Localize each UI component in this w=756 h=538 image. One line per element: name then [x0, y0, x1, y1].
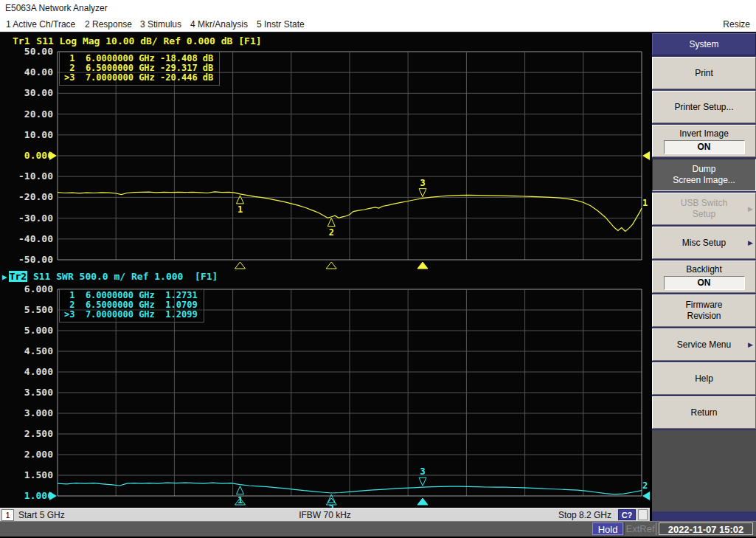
ref-level-arrow-right: [642, 151, 650, 160]
softkey-help[interactable]: Help: [652, 362, 756, 395]
window-title: E5063A Network Analyzer: [5, 3, 108, 13]
softkey-print[interactable]: Print: [652, 57, 756, 89]
softkey-label: Service Menu: [677, 339, 731, 351]
ref-level-arrow-left: [49, 151, 57, 160]
y-axis-tick-label: -20.00: [18, 191, 53, 202]
softkey-label: USB Switch: [681, 198, 727, 209]
extref-indicator: ExtRef: [624, 523, 656, 535]
measurement-display: 50.0040.0030.0020.0010.000.000-10.00-20.…: [0, 33, 650, 508]
sweep-stop-label: Stop 8.2 GHz: [558, 510, 611, 520]
y-axis-tick-label: 4.000: [24, 366, 53, 377]
softkey-label-line2: Screen Image...: [673, 175, 735, 186]
ref-level-arrow-left: [49, 492, 57, 500]
y-axis-tick-label: 30.00: [24, 87, 53, 98]
trace-name-chip: Tr1: [12, 35, 30, 46]
marker-axis-indicator-3: [417, 262, 428, 269]
ifbw-label: IFBW 70 kHz: [299, 510, 351, 520]
y-axis-tick-label: 50.00: [24, 46, 53, 57]
marker-row-3: >3 7.0000000 GHz 1.2099: [64, 310, 198, 320]
y-axis-tick-label: 40.00: [24, 66, 53, 77]
y-axis-tick-label: 4.500: [24, 345, 53, 356]
menu-bar: Resize 1 Active Ch/Trace2 Response3 Stim…: [0, 16, 756, 33]
y-axis-tick-label: 5.000: [24, 325, 53, 336]
softkey-label: Dump: [692, 164, 715, 175]
softkey-label: Return: [690, 407, 717, 418]
softkey-sidebar: SystemPrintPrinter Setup...Invert ImageO…: [650, 33, 756, 521]
submenu-arrow-icon: ▶: [748, 238, 753, 249]
softkey-label: Help: [695, 373, 713, 384]
trace-header-tr1[interactable]: Tr1 S11 Log Mag 10.00 dB/ Ref 0.000 dB […: [12, 35, 262, 46]
trace-end-number: 2: [642, 480, 648, 491]
trigger-hold-badge: Hold: [592, 523, 623, 535]
softkey-label: System: [689, 39, 718, 50]
marker-glyph-3[interactable]: [419, 189, 426, 197]
y-axis-tick-label: -10.00: [18, 170, 53, 182]
resize-button[interactable]: Resize: [723, 19, 750, 30]
trace-format-text: S11 Log Mag 10.00 dB/ Ref 0.000 dB [F1]: [30, 35, 261, 46]
y-axis-tick-label: 20.00: [24, 108, 53, 120]
trace-header-tr2[interactable]: ▶Tr2 S11 SWR 500.0 m/ Ref 1.000 [F1]: [2, 271, 218, 282]
softkey-label: Misc Setup: [682, 238, 726, 249]
softkey-firmware-revision[interactable]: FirmwareRevision: [652, 294, 756, 327]
marker-row-3: >3 7.0000000 GHz -20.446 dB: [64, 73, 213, 83]
softkey-label: Printer Setup...: [674, 102, 733, 113]
y-axis-tick-label: 5.500: [24, 304, 53, 315]
softkey-printer-setup[interactable]: Printer Setup...: [652, 91, 756, 123]
softkey-toggle-state: ON: [664, 140, 745, 154]
marker-number-label: 1: [237, 204, 243, 215]
marker-table-tr1: 1 6.0000000 GHz -18.408 dB 2 6.5000000 G…: [59, 52, 220, 86]
y-axis-tick-label: 0.000: [24, 150, 53, 161]
marker-glyph-1[interactable]: [237, 196, 244, 204]
marker-axis-indicator-1: [235, 262, 246, 269]
y-axis-tick-label: 2.000: [24, 449, 53, 460]
softkey-toggle-state: ON: [664, 276, 745, 290]
datetime-display: 2022-11-07 15:02: [659, 523, 753, 535]
active-trace-arrow-icon: ▶: [2, 272, 7, 282]
sidebar-filler: [652, 430, 756, 511]
y-axis-tick-label: 10.00: [24, 129, 53, 140]
y-axis-tick-label: 3.500: [24, 387, 53, 398]
softkey-label: Backlight: [686, 264, 722, 275]
submenu-arrow-icon: ▶: [748, 204, 753, 215]
softkey-backlight[interactable]: BacklightON: [652, 261, 756, 293]
softkey-dump-screen-image[interactable]: DumpScreen Image...: [652, 159, 756, 191]
window-title-bar: E5063A Network Analyzer: [0, 0, 756, 16]
marker-number-label: 3: [420, 178, 425, 188]
trace-format-text: S11 SWR 500.0 m/ Ref 1.000 [F1]: [27, 271, 218, 282]
menu-item-mkr-analysis[interactable]: 4 Mkr/Analysis: [190, 19, 248, 30]
y-axis-tick-label: -50.00: [18, 254, 53, 265]
softkey-return[interactable]: Return: [652, 396, 756, 429]
marker-glyph-2[interactable]: [327, 218, 335, 227]
y-axis-tick-label: 1.000: [24, 490, 53, 501]
menu-item-stimulus[interactable]: 3 Stimulus: [140, 19, 181, 30]
y-axis-tick-label: 2.500: [24, 428, 53, 439]
y-axis-tick-label: 3.000: [24, 407, 53, 418]
y-axis-tick-label: -40.00: [18, 233, 53, 244]
softkey-misc-setup[interactable]: Misc Setup▶: [652, 227, 756, 259]
instrument-screen: { "window": { "title": "E5063A Network A…: [0, 0, 756, 538]
y-axis-tick-label: -30.00: [18, 213, 53, 224]
marker-number-label: 3: [420, 466, 425, 477]
sweep-start-label: Start 5 GHz: [18, 510, 65, 520]
softkey-invert-image[interactable]: Invert ImageON: [652, 125, 756, 157]
marker-table-tr2: 1 6.0000000 GHz 1.2731 2 6.5000000 GHz 1…: [59, 289, 204, 323]
menu-item-response[interactable]: 2 Response: [85, 19, 132, 30]
marker-number-label: 2: [329, 227, 334, 238]
trace-name-chip: Tr2: [9, 271, 27, 282]
marker-glyph-3[interactable]: [419, 477, 426, 486]
channel-status-bar: 1 Start 5 GHz IFBW 70 kHz Stop 8.2 GHz C…: [0, 508, 650, 521]
y-axis-tick-label: 1.500: [24, 469, 53, 480]
softkey-system: System: [652, 33, 756, 55]
marker-glyph-1[interactable]: [237, 486, 244, 494]
menu-item-active-ch-trace[interactable]: 1 Active Ch/Trace: [6, 19, 75, 30]
submenu-arrow-icon: ▶: [748, 339, 753, 351]
softkey-service-menu[interactable]: Service Menu▶: [652, 328, 756, 361]
softkey-label: Print: [695, 68, 713, 79]
marker-axis-indicator-3: [417, 498, 428, 505]
softkey-label: Invert Image: [679, 128, 729, 139]
softkey-usb-switch-setup[interactable]: USB SwitchSetup▶: [652, 193, 756, 225]
menu-item-instr-state[interactable]: 5 Instr State: [257, 19, 305, 30]
calibration-status-badge: C?: [618, 509, 636, 520]
trace-end-number: 1: [642, 198, 648, 208]
marker-axis-indicator-2: [326, 262, 336, 269]
